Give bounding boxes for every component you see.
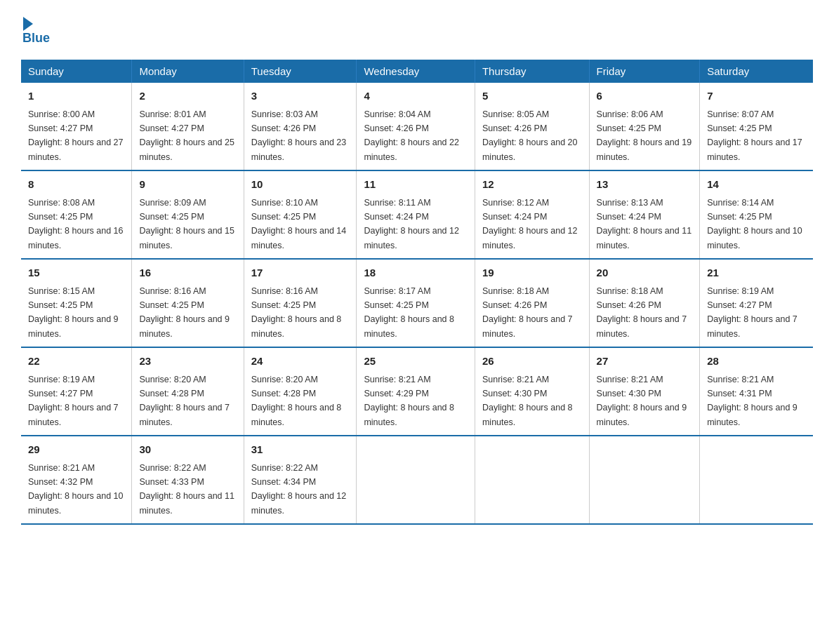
day-cell: 23Sunrise: 8:20 AMSunset: 4:28 PMDayligh… <box>132 347 244 436</box>
day-info: Sunrise: 8:20 AMSunset: 4:28 PMDaylight:… <box>139 375 230 427</box>
day-cell: 11Sunrise: 8:11 AMSunset: 4:24 PMDayligh… <box>357 170 475 259</box>
header-monday: Monday <box>132 60 244 83</box>
day-info: Sunrise: 8:08 AMSunset: 4:25 PMDaylight:… <box>28 198 124 250</box>
day-number: 6 <box>597 88 693 105</box>
day-number: 7 <box>707 88 806 105</box>
week-row-4: 22Sunrise: 8:19 AMSunset: 4:27 PMDayligh… <box>21 347 813 436</box>
day-number: 8 <box>28 177 124 193</box>
day-cell: 29Sunrise: 8:21 AMSunset: 4:32 PMDayligh… <box>21 436 132 524</box>
logo: Blue <box>21 14 50 46</box>
day-number: 14 <box>707 177 806 193</box>
day-number: 20 <box>597 265 693 281</box>
day-cell: 17Sunrise: 8:16 AMSunset: 4:25 PMDayligh… <box>244 259 357 347</box>
day-info: Sunrise: 8:18 AMSunset: 4:26 PMDaylight:… <box>597 286 687 339</box>
day-cell: 5Sunrise: 8:05 AMSunset: 4:26 PMDaylight… <box>475 83 589 170</box>
day-number: 10 <box>251 177 350 193</box>
header-saturday: Saturday <box>700 60 813 83</box>
day-cell: 31Sunrise: 8:22 AMSunset: 4:34 PMDayligh… <box>244 436 357 524</box>
day-cell: 28Sunrise: 8:21 AMSunset: 4:31 PMDayligh… <box>700 347 813 436</box>
day-cell: 2Sunrise: 8:01 AMSunset: 4:27 PMDaylight… <box>132 83 244 170</box>
day-number: 12 <box>482 177 582 193</box>
day-number: 26 <box>482 354 582 370</box>
day-number: 27 <box>597 354 693 370</box>
day-info: Sunrise: 8:21 AMSunset: 4:30 PMDaylight:… <box>597 375 687 427</box>
day-cell: 14Sunrise: 8:14 AMSunset: 4:25 PMDayligh… <box>700 170 813 259</box>
day-cell <box>357 436 475 524</box>
day-cell: 3Sunrise: 8:03 AMSunset: 4:26 PMDaylight… <box>244 83 357 170</box>
day-cell: 1Sunrise: 8:00 AMSunset: 4:27 PMDaylight… <box>21 83 132 170</box>
day-number: 3 <box>251 88 350 105</box>
day-cell <box>475 436 589 524</box>
day-cell: 10Sunrise: 8:10 AMSunset: 4:25 PMDayligh… <box>244 170 357 259</box>
day-number: 16 <box>139 265 236 281</box>
day-number: 13 <box>597 177 693 193</box>
day-info: Sunrise: 8:22 AMSunset: 4:33 PMDaylight:… <box>139 463 234 516</box>
day-cell: 6Sunrise: 8:06 AMSunset: 4:25 PMDaylight… <box>589 83 700 170</box>
week-row-1: 1Sunrise: 8:00 AMSunset: 4:27 PMDaylight… <box>21 83 813 170</box>
day-cell: 24Sunrise: 8:20 AMSunset: 4:28 PMDayligh… <box>244 347 357 436</box>
day-cell: 26Sunrise: 8:21 AMSunset: 4:30 PMDayligh… <box>475 347 589 436</box>
day-info: Sunrise: 8:13 AMSunset: 4:24 PMDaylight:… <box>597 198 692 250</box>
day-cell: 30Sunrise: 8:22 AMSunset: 4:33 PMDayligh… <box>132 436 244 524</box>
day-number: 23 <box>139 354 236 370</box>
day-cell: 8Sunrise: 8:08 AMSunset: 4:25 PMDaylight… <box>21 170 132 259</box>
day-info: Sunrise: 8:20 AMSunset: 4:28 PMDaylight:… <box>251 375 342 427</box>
day-cell: 27Sunrise: 8:21 AMSunset: 4:30 PMDayligh… <box>589 347 700 436</box>
day-cell: 18Sunrise: 8:17 AMSunset: 4:25 PMDayligh… <box>357 259 475 347</box>
day-cell <box>589 436 700 524</box>
day-info: Sunrise: 8:21 AMSunset: 4:31 PMDaylight:… <box>707 375 797 427</box>
day-number: 18 <box>364 265 468 281</box>
day-cell: 20Sunrise: 8:18 AMSunset: 4:26 PMDayligh… <box>589 259 700 347</box>
day-number: 11 <box>364 177 468 193</box>
week-row-3: 15Sunrise: 8:15 AMSunset: 4:25 PMDayligh… <box>21 259 813 347</box>
day-info: Sunrise: 8:16 AMSunset: 4:25 PMDaylight:… <box>139 286 230 339</box>
day-info: Sunrise: 8:22 AMSunset: 4:34 PMDaylight:… <box>251 463 347 516</box>
day-number: 29 <box>28 442 124 458</box>
header-thursday: Thursday <box>475 60 589 83</box>
day-info: Sunrise: 8:07 AMSunset: 4:25 PMDaylight:… <box>707 109 802 162</box>
day-number: 21 <box>707 265 806 281</box>
day-info: Sunrise: 8:16 AMSunset: 4:25 PMDaylight:… <box>251 286 342 339</box>
day-number: 31 <box>251 442 350 458</box>
day-number: 30 <box>139 442 236 458</box>
day-info: Sunrise: 8:01 AMSunset: 4:27 PMDaylight:… <box>139 109 234 162</box>
day-info: Sunrise: 8:18 AMSunset: 4:26 PMDaylight:… <box>482 286 573 339</box>
day-info: Sunrise: 8:21 AMSunset: 4:32 PMDaylight:… <box>28 463 124 516</box>
day-cell: 15Sunrise: 8:15 AMSunset: 4:25 PMDayligh… <box>21 259 132 347</box>
day-info: Sunrise: 8:09 AMSunset: 4:25 PMDaylight:… <box>139 198 234 250</box>
day-info: Sunrise: 8:04 AMSunset: 4:26 PMDaylight:… <box>364 109 459 162</box>
day-number: 25 <box>364 354 468 370</box>
header-tuesday: Tuesday <box>244 60 357 83</box>
day-info: Sunrise: 8:21 AMSunset: 4:30 PMDaylight:… <box>482 375 573 427</box>
calendar-header-row: SundayMondayTuesdayWednesdayThursdayFrid… <box>21 60 813 83</box>
day-cell: 21Sunrise: 8:19 AMSunset: 4:27 PMDayligh… <box>700 259 813 347</box>
day-info: Sunrise: 8:19 AMSunset: 4:27 PMDaylight:… <box>28 375 119 427</box>
header-sunday: Sunday <box>21 60 132 83</box>
day-number: 5 <box>482 88 582 105</box>
day-number: 2 <box>139 88 236 105</box>
day-number: 9 <box>139 177 236 193</box>
day-info: Sunrise: 8:03 AMSunset: 4:26 PMDaylight:… <box>251 109 347 162</box>
day-cell: 12Sunrise: 8:12 AMSunset: 4:24 PMDayligh… <box>475 170 589 259</box>
day-number: 22 <box>28 354 124 370</box>
day-cell: 25Sunrise: 8:21 AMSunset: 4:29 PMDayligh… <box>357 347 475 436</box>
day-cell: 9Sunrise: 8:09 AMSunset: 4:25 PMDaylight… <box>132 170 244 259</box>
day-number: 1 <box>28 88 124 105</box>
day-cell: 22Sunrise: 8:19 AMSunset: 4:27 PMDayligh… <box>21 347 132 436</box>
day-info: Sunrise: 8:17 AMSunset: 4:25 PMDaylight:… <box>364 286 454 339</box>
day-info: Sunrise: 8:05 AMSunset: 4:26 PMDaylight:… <box>482 109 578 162</box>
day-cell: 13Sunrise: 8:13 AMSunset: 4:24 PMDayligh… <box>589 170 700 259</box>
day-info: Sunrise: 8:06 AMSunset: 4:25 PMDaylight:… <box>597 109 692 162</box>
day-info: Sunrise: 8:14 AMSunset: 4:25 PMDaylight:… <box>707 198 802 250</box>
day-info: Sunrise: 8:19 AMSunset: 4:27 PMDaylight:… <box>707 286 797 339</box>
day-number: 19 <box>482 265 582 281</box>
header-wednesday: Wednesday <box>357 60 475 83</box>
logo-subtitle: Blue <box>22 31 50 46</box>
logo-arrow-icon <box>23 17 33 31</box>
day-number: 24 <box>251 354 350 370</box>
day-number: 15 <box>28 265 124 281</box>
day-number: 17 <box>251 265 350 281</box>
week-row-2: 8Sunrise: 8:08 AMSunset: 4:25 PMDaylight… <box>21 170 813 259</box>
day-info: Sunrise: 8:00 AMSunset: 4:27 PMDaylight:… <box>28 109 124 162</box>
day-cell: 4Sunrise: 8:04 AMSunset: 4:26 PMDaylight… <box>357 83 475 170</box>
